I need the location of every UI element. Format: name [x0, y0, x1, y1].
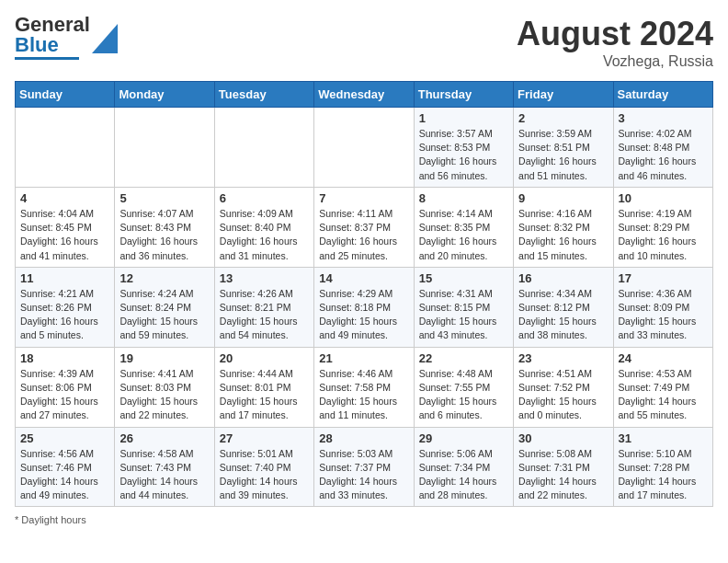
calendar-cell [214, 108, 313, 188]
day-info: Sunrise: 5:08 AM Sunset: 7:31 PM Dayligh… [518, 447, 608, 503]
calendar-cell: 17Sunrise: 4:36 AM Sunset: 8:09 PM Dayli… [613, 267, 712, 347]
day-info: Sunrise: 4:21 AM Sunset: 8:26 PM Dayligh… [20, 287, 109, 343]
calendar-week-row: 1Sunrise: 3:57 AM Sunset: 8:53 PM Daylig… [16, 108, 713, 188]
calendar-week-row: 25Sunrise: 4:56 AM Sunset: 7:46 PM Dayli… [16, 427, 713, 507]
day-number: 27 [220, 431, 309, 445]
calendar-cell: 27Sunrise: 5:01 AM Sunset: 7:40 PM Dayli… [214, 427, 313, 507]
weekday-header: Friday [514, 82, 613, 108]
day-info: Sunrise: 4:11 AM Sunset: 8:37 PM Dayligh… [319, 207, 408, 263]
weekday-header: Tuesday [214, 82, 313, 108]
day-number: 18 [20, 351, 109, 365]
day-number: 14 [319, 271, 408, 285]
svg-marker-0 [92, 24, 118, 53]
calendar-cell: 28Sunrise: 5:03 AM Sunset: 7:37 PM Dayli… [314, 427, 414, 507]
calendar-cell: 30Sunrise: 5:08 AM Sunset: 7:31 PM Dayli… [514, 427, 613, 507]
day-number: 28 [319, 431, 408, 445]
weekday-header: Wednesday [314, 82, 414, 108]
weekday-header: Thursday [414, 82, 513, 108]
calendar-week-row: 18Sunrise: 4:39 AM Sunset: 8:06 PM Dayli… [16, 347, 713, 427]
day-number: 19 [119, 351, 209, 365]
day-info: Sunrise: 4:48 AM Sunset: 7:55 PM Dayligh… [419, 367, 508, 423]
day-info: Sunrise: 4:34 AM Sunset: 8:12 PM Dayligh… [518, 287, 608, 343]
calendar-cell: 7Sunrise: 4:11 AM Sunset: 8:37 PM Daylig… [314, 187, 414, 267]
day-number: 4 [20, 191, 109, 205]
logo-icon [92, 24, 118, 53]
day-info: Sunrise: 4:14 AM Sunset: 8:35 PM Dayligh… [419, 207, 508, 263]
day-info: Sunrise: 4:51 AM Sunset: 7:52 PM Dayligh… [518, 367, 608, 423]
day-info: Sunrise: 4:44 AM Sunset: 8:01 PM Dayligh… [220, 367, 309, 423]
day-info: Sunrise: 4:19 AM Sunset: 8:29 PM Dayligh… [619, 207, 708, 263]
calendar-week-row: 4Sunrise: 4:04 AM Sunset: 8:45 PM Daylig… [16, 187, 713, 267]
day-number: 16 [518, 271, 608, 285]
day-info: Sunrise: 4:29 AM Sunset: 8:18 PM Dayligh… [319, 287, 408, 343]
calendar-cell: 8Sunrise: 4:14 AM Sunset: 8:35 PM Daylig… [414, 187, 513, 267]
day-number: 1 [419, 111, 508, 125]
day-number: 24 [619, 351, 708, 365]
calendar-cell: 19Sunrise: 4:41 AM Sunset: 8:03 PM Dayli… [115, 347, 214, 427]
day-number: 29 [419, 431, 508, 445]
day-number: 31 [619, 431, 708, 445]
calendar-header-row: SundayMondayTuesdayWednesdayThursdayFrid… [16, 82, 713, 108]
calendar-cell: 29Sunrise: 5:06 AM Sunset: 7:34 PM Dayli… [414, 427, 513, 507]
day-info: Sunrise: 5:06 AM Sunset: 7:34 PM Dayligh… [419, 447, 508, 503]
day-info: Sunrise: 4:41 AM Sunset: 8:03 PM Dayligh… [119, 367, 209, 423]
calendar-cell: 21Sunrise: 4:46 AM Sunset: 7:58 PM Dayli… [314, 347, 414, 427]
day-number: 25 [20, 431, 109, 445]
calendar-table: SundayMondayTuesdayWednesdayThursdayFrid… [15, 81, 713, 507]
day-number: 17 [619, 271, 708, 285]
calendar-cell: 24Sunrise: 4:53 AM Sunset: 7:49 PM Dayli… [613, 347, 712, 427]
day-info: Sunrise: 4:16 AM Sunset: 8:32 PM Dayligh… [518, 207, 608, 263]
day-number: 7 [319, 191, 408, 205]
calendar-cell: 3Sunrise: 4:02 AM Sunset: 8:48 PM Daylig… [613, 108, 712, 188]
day-info: Sunrise: 5:03 AM Sunset: 7:37 PM Dayligh… [319, 447, 408, 503]
logo-underline [15, 57, 79, 60]
day-info: Sunrise: 4:56 AM Sunset: 7:46 PM Dayligh… [20, 447, 109, 503]
day-number: 13 [220, 271, 309, 285]
calendar-cell: 11Sunrise: 4:21 AM Sunset: 8:26 PM Dayli… [16, 267, 115, 347]
calendar-cell: 14Sunrise: 4:29 AM Sunset: 8:18 PM Dayli… [314, 267, 414, 347]
calendar-cell: 12Sunrise: 4:24 AM Sunset: 8:24 PM Dayli… [115, 267, 214, 347]
day-info: Sunrise: 4:02 AM Sunset: 8:48 PM Dayligh… [619, 127, 708, 183]
day-info: Sunrise: 4:39 AM Sunset: 8:06 PM Dayligh… [20, 367, 109, 423]
footer-note: * Daylight hours [15, 514, 713, 525]
calendar-cell: 20Sunrise: 4:44 AM Sunset: 8:01 PM Dayli… [214, 347, 313, 427]
calendar-cell: 9Sunrise: 4:16 AM Sunset: 8:32 PM Daylig… [514, 187, 613, 267]
calendar-cell: 31Sunrise: 5:10 AM Sunset: 7:28 PM Dayli… [613, 427, 712, 507]
day-info: Sunrise: 4:58 AM Sunset: 7:43 PM Dayligh… [119, 447, 209, 503]
calendar-week-row: 11Sunrise: 4:21 AM Sunset: 8:26 PM Dayli… [16, 267, 713, 347]
calendar-cell [314, 108, 414, 188]
day-number: 9 [518, 191, 608, 205]
calendar-cell: 1Sunrise: 3:57 AM Sunset: 8:53 PM Daylig… [414, 108, 513, 188]
calendar-cell: 22Sunrise: 4:48 AM Sunset: 7:55 PM Dayli… [414, 347, 513, 427]
day-number: 6 [220, 191, 309, 205]
calendar-cell: 13Sunrise: 4:26 AM Sunset: 8:21 PM Dayli… [214, 267, 313, 347]
day-number: 11 [20, 271, 109, 285]
day-info: Sunrise: 4:46 AM Sunset: 7:58 PM Dayligh… [319, 367, 408, 423]
day-number: 5 [119, 191, 209, 205]
day-number: 23 [518, 351, 608, 365]
day-number: 12 [119, 271, 209, 285]
logo-text: GeneralBlue [15, 15, 90, 55]
day-info: Sunrise: 4:24 AM Sunset: 8:24 PM Dayligh… [119, 287, 209, 343]
calendar-cell: 10Sunrise: 4:19 AM Sunset: 8:29 PM Dayli… [613, 187, 712, 267]
day-info: Sunrise: 4:09 AM Sunset: 8:40 PM Dayligh… [220, 207, 309, 263]
day-info: Sunrise: 4:36 AM Sunset: 8:09 PM Dayligh… [619, 287, 708, 343]
calendar-cell [115, 108, 214, 188]
calendar-cell: 18Sunrise: 4:39 AM Sunset: 8:06 PM Dayli… [16, 347, 115, 427]
calendar-cell: 4Sunrise: 4:04 AM Sunset: 8:45 PM Daylig… [16, 187, 115, 267]
day-info: Sunrise: 4:07 AM Sunset: 8:43 PM Dayligh… [119, 207, 209, 263]
day-info: Sunrise: 3:59 AM Sunset: 8:51 PM Dayligh… [518, 127, 608, 183]
calendar-cell: 2Sunrise: 3:59 AM Sunset: 8:51 PM Daylig… [514, 108, 613, 188]
page-header: GeneralBlue August 2024 Vozhega, Russia [15, 15, 713, 70]
day-number: 20 [220, 351, 309, 365]
day-number: 21 [319, 351, 408, 365]
day-info: Sunrise: 4:04 AM Sunset: 8:45 PM Dayligh… [20, 207, 109, 263]
month-title: August 2024 [517, 15, 713, 53]
calendar-cell: 6Sunrise: 4:09 AM Sunset: 8:40 PM Daylig… [214, 187, 313, 267]
day-info: Sunrise: 4:26 AM Sunset: 8:21 PM Dayligh… [220, 287, 309, 343]
weekday-header: Monday [115, 82, 214, 108]
logo: GeneralBlue [15, 15, 118, 60]
location: Vozhega, Russia [517, 53, 713, 70]
title-block: August 2024 Vozhega, Russia [517, 15, 713, 70]
day-info: Sunrise: 4:31 AM Sunset: 8:15 PM Dayligh… [419, 287, 508, 343]
